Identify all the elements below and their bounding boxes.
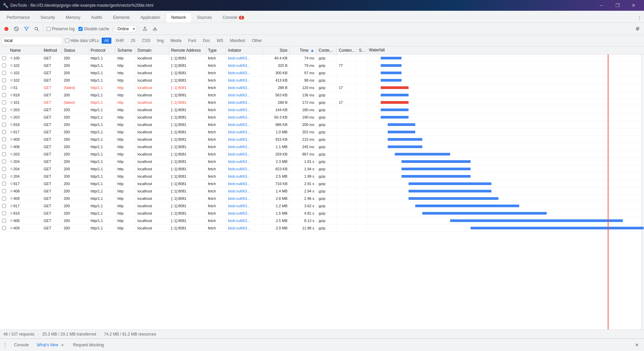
disable-cache-input[interactable] <box>78 27 83 31</box>
col-header-content-enc[interactable]: Conte... <box>317 47 337 54</box>
row-checkbox[interactable] <box>2 56 6 60</box>
filter-doc[interactable]: Doc <box>200 38 213 44</box>
row-checkbox[interactable] <box>2 204 6 208</box>
row-checkbox[interactable] <box>2 196 6 201</box>
table-row[interactable]: ⊙ 203 GET 200 http/1.1 http localhost [:… <box>0 106 644 114</box>
row-checkbox[interactable] <box>2 226 6 230</box>
whats-new-close[interactable]: ✕ <box>60 342 65 348</box>
table-row[interactable]: ⊙ 408 GET 200 http/1.1 http localhost [:… <box>0 217 644 224</box>
col-header-method[interactable]: Method <box>42 47 62 54</box>
tab-console-bottom[interactable]: Console <box>10 339 33 351</box>
filter-all[interactable]: All <box>102 38 111 44</box>
table-row[interactable]: ⊙ 204 GET 200 http/1.1 http localhost [:… <box>0 173 644 180</box>
table-row[interactable]: ⊙ 409 GET 200 http/1.1 http localhost [:… <box>0 195 644 202</box>
table-row[interactable]: ⊙ 817 GET 200 http/1.1 http localhost [:… <box>0 180 644 187</box>
col-header-remote[interactable]: Remote Address <box>169 47 206 54</box>
table-row[interactable]: ⊙ 102 GET 200 http/1.1 http localhost [:… <box>0 69 644 77</box>
tab-memory[interactable]: Memory <box>60 12 86 23</box>
table-row[interactable]: ⊙ 818 GET 200 http/1.1 http localhost [:… <box>0 210 644 217</box>
filter-font[interactable]: Font <box>185 38 199 44</box>
hide-data-urls-input[interactable] <box>65 39 69 43</box>
tab-console[interactable]: Console 3 <box>217 12 250 23</box>
tab-request-blocking[interactable]: Request blocking <box>69 339 108 351</box>
row-checkbox[interactable] <box>2 115 6 119</box>
col-header-size[interactable]: Size <box>263 47 290 54</box>
preserve-log-checkbox[interactable]: Preserve log <box>45 27 76 31</box>
row-checkbox[interactable] <box>2 219 6 223</box>
row-checkbox[interactable] <box>2 167 6 171</box>
tab-performance[interactable]: Performance <box>1 12 35 23</box>
col-header-type[interactable]: Type <box>206 47 226 54</box>
clear-button[interactable] <box>12 25 21 33</box>
record-button[interactable] <box>2 25 11 33</box>
tab-elements[interactable]: Elements <box>108 12 135 23</box>
filter-button[interactable] <box>22 25 31 33</box>
filter-manifest[interactable]: Manifest <box>227 38 248 44</box>
filter-img[interactable]: Img <box>154 38 166 44</box>
close-button[interactable]: ✕ <box>626 0 641 11</box>
tab-security[interactable]: Security <box>35 12 60 23</box>
table-row[interactable]: ⊙ 408 GET 200 http/1.1 http localhost [:… <box>0 187 644 195</box>
col-header-waterfall[interactable]: Waterfall <box>367 46 644 54</box>
row-checkbox[interactable] <box>2 100 6 104</box>
export-har-button[interactable] <box>151 25 159 33</box>
row-checkbox[interactable] <box>2 123 6 127</box>
close-all-button[interactable]: ✕ <box>633 341 641 349</box>
bottom-panel-icon[interactable]: ⋮ <box>3 342 7 348</box>
table-row[interactable]: ⊙ 409 GET 200 http/1.1 http localhost [:… <box>0 224 644 232</box>
table-row[interactable]: ⊙ 100 GET 200 http/1.1 http localhost [:… <box>0 54 644 62</box>
filter-xhr[interactable]: XHR <box>113 38 126 44</box>
filter-css[interactable]: CSS <box>139 38 153 44</box>
col-header-status[interactable]: Status <box>62 47 89 54</box>
row-checkbox[interactable] <box>2 145 6 149</box>
filter-media[interactable]: Media <box>168 38 184 44</box>
row-checkbox[interactable] <box>2 93 6 97</box>
tab-whats-new[interactable]: What's New ✕ <box>33 339 69 351</box>
row-checkbox[interactable] <box>2 160 6 164</box>
import-har-button[interactable] <box>141 25 149 33</box>
throttle-select[interactable]: Online <box>115 26 136 32</box>
row-checkbox[interactable] <box>2 189 6 193</box>
maximize-button[interactable]: ❐ <box>610 0 625 11</box>
table-row[interactable]: ⊙ 102 GET 200 http/1.1 http localhost [:… <box>0 77 644 84</box>
row-checkbox[interactable] <box>2 211 6 215</box>
row-checkbox[interactable] <box>2 182 6 186</box>
minimize-button[interactable]: ─ <box>594 0 609 11</box>
table-row[interactable]: ⊙ 203 GET 200 http/1.1 http localhost [:… <box>0 114 644 121</box>
table-row[interactable]: ⊙ 408 GET 200 http/1.1 http localhost [:… <box>0 143 644 150</box>
row-checkbox[interactable] <box>2 86 6 90</box>
search-button[interactable] <box>32 25 41 33</box>
search-input[interactable] <box>2 37 62 45</box>
hide-data-urls-checkbox[interactable]: Hide data URLs <box>64 38 100 43</box>
tab-application[interactable]: Application <box>135 12 166 23</box>
settings-button[interactable] <box>633 25 642 33</box>
row-checkbox[interactable] <box>2 137 6 141</box>
col-header-time[interactable]: Time ▲ <box>290 47 317 54</box>
table-row[interactable]: ⊙ 101 GET (failed) http/1.1 http localho… <box>0 99 644 106</box>
table-row[interactable]: ⊙ 409 GET 200 http/1.1 http localhost [:… <box>0 136 644 143</box>
row-checkbox[interactable] <box>2 71 6 75</box>
filter-js[interactable]: JS <box>128 38 138 44</box>
col-header-content2[interactable]: Conten... <box>337 47 357 54</box>
disable-cache-checkbox[interactable]: Disable cache <box>77 27 110 31</box>
tab-network[interactable]: Network <box>166 12 192 23</box>
col-header-scheme[interactable]: Scheme <box>115 47 136 54</box>
table-row[interactable]: ⊙ 817 GET 200 http/1.1 http localhost [:… <box>0 128 644 136</box>
preserve-log-input[interactable] <box>47 27 51 31</box>
tab-sources[interactable]: Sources <box>192 12 217 23</box>
filter-other[interactable]: Other <box>249 38 265 44</box>
table-row[interactable]: ⊙ 203 GET 200 http/1.1 http localhost [:… <box>0 150 644 158</box>
table-row[interactable]: ⊙ 204 GET 200 http/1.1 http localhost [:… <box>0 165 644 173</box>
table-row[interactable]: ⊙ 818 GET 200 http/1.1 http localhost [:… <box>0 91 644 99</box>
table-row[interactable]: ⊙ 204 GET 200 http/1.1 http localhost [:… <box>0 158 644 165</box>
table-row[interactable]: ⊙ 51 GET (failed) http/1.1 http localhos… <box>0 84 644 91</box>
row-checkbox[interactable] <box>2 78 6 82</box>
tab-audits[interactable]: Audits <box>86 12 107 23</box>
row-checkbox[interactable] <box>2 63 6 68</box>
row-checkbox[interactable] <box>2 152 6 156</box>
col-header-protocol[interactable]: Protocol <box>89 47 115 54</box>
col-header-domain[interactable]: Domain <box>136 47 169 54</box>
row-checkbox[interactable] <box>2 174 6 178</box>
table-row[interactable]: ⊙ 817 GET 200 http/1.1 http localhost [:… <box>0 202 644 210</box>
row-checkbox[interactable] <box>2 108 6 112</box>
